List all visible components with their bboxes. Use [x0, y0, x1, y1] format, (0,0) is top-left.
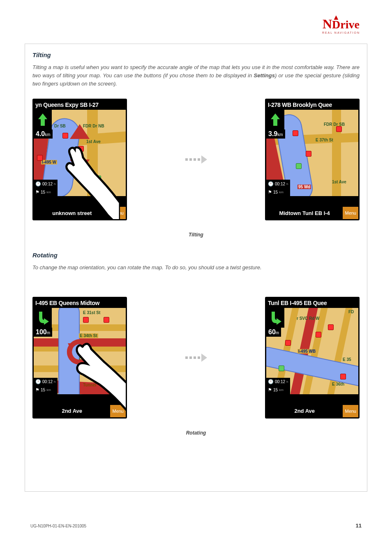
turn-icon	[266, 110, 284, 130]
rotating-caption: Rotating	[32, 430, 360, 436]
rem-val: 15	[273, 190, 278, 194]
flag-icon: ⚑	[35, 190, 39, 195]
road-label: I-495 WB	[297, 349, 316, 354]
street-name: unknown street	[34, 210, 110, 216]
flag-icon: ⚑	[268, 190, 272, 195]
turn-icon	[266, 308, 284, 328]
heading-rotating: Rotating	[32, 252, 360, 259]
road-label: E 31st St	[83, 310, 100, 315]
dist-unit: km	[277, 132, 283, 137]
road-label: FD	[348, 310, 354, 314]
time-val: 00:12	[42, 379, 53, 384]
street-name: 2nd Ave	[266, 408, 343, 414]
rotating-figure-row: I-495 EB Queens Midtow E 31st St E 34th …	[32, 297, 360, 419]
menu-button[interactable]: Menu	[110, 207, 126, 219]
distance-box: 60m	[266, 328, 281, 337]
logo-tag: REAL NAVIGATION	[322, 31, 360, 34]
road-label: r SVC Rd W	[297, 316, 320, 321]
tilt-arrows-icon	[65, 124, 94, 182]
clock-icon: 🕐	[268, 181, 274, 187]
clock-icon: 🕐	[35, 181, 41, 187]
road-label: I-495 W	[41, 160, 57, 164]
rem-unit: km	[46, 388, 51, 392]
road-label: Dr SB	[54, 124, 66, 128]
turn-icon	[34, 308, 52, 328]
dist-unit: m	[47, 331, 50, 335]
tilting-figure-row: yn Queens Expy SB I-27 Dr SB FDR Dr NB 1…	[32, 99, 360, 220]
bottom-bar: 2nd Ave Menu	[266, 405, 358, 417]
rem-val: 15	[273, 388, 278, 392]
time-unit: h	[286, 380, 288, 384]
road-label: Tunnel	[83, 383, 96, 387]
tilting-caption: Tilting	[32, 232, 360, 238]
heading-tilting: Tilting	[32, 51, 360, 58]
rem-val: 15	[41, 190, 45, 194]
road-label: E 35	[343, 357, 351, 362]
rotating-screenshot-left: I-495 EB Queens Midtow E 31st St E 34th …	[32, 297, 127, 419]
distance-box: 3.9km	[266, 130, 285, 139]
dist-unit: m	[276, 331, 279, 335]
bottom-bar: 2nd Ave Menu	[34, 405, 126, 417]
street-name: 2nd Ave	[34, 408, 110, 414]
time-val: 00:12	[42, 182, 53, 186]
rotating-screenshot-right: Tunl EB I-495 EB Quee r SVC Rd W I-495 W…	[265, 297, 360, 419]
road-label: E 36th	[332, 382, 344, 386]
road-label: 95 Wd	[297, 185, 311, 189]
tilting-screenshot-right: I-278 WB Brooklyn Quee FDR Dr SB E 37th …	[265, 99, 360, 220]
bottom-bar: unknown street Menu	[34, 207, 126, 219]
bottom-bar: Midtown Tunl EB I-4 Menu	[266, 207, 358, 219]
clock-icon: 🕐	[268, 379, 274, 384]
flag-icon: ⚑	[268, 387, 272, 393]
logo-n: N	[323, 16, 332, 31]
rem-unit: km	[46, 190, 51, 194]
time-unit: h	[54, 182, 55, 186]
time-unit: h	[286, 182, 288, 186]
stats: 🕐00:12h ⚑15km	[266, 378, 290, 394]
time-unit: h	[54, 380, 55, 384]
flag-icon: ⚑	[35, 387, 39, 393]
page-number: 11	[356, 523, 362, 529]
rotating-paragraph: To change the map orientation, you can r…	[32, 264, 360, 272]
tilting-screenshot-left: yn Queens Expy SB I-27 Dr SB FDR Dr NB 1…	[32, 99, 127, 220]
tilting-paragraph: Tilting a map is useful when you want to…	[32, 63, 360, 88]
menu-button[interactable]: Menu	[343, 207, 358, 219]
dist-val: 3.9	[268, 130, 277, 137]
clock-icon: 🕐	[35, 379, 41, 384]
brand-logo: ▲NDrive REAL NAVIGATION	[322, 17, 360, 34]
stats: 🕐00:12h ⚑15km	[34, 180, 58, 196]
street-name: Midtown Tunl EB I-4	[266, 210, 343, 216]
stats: 🕐00:12h ⚑15km	[266, 180, 290, 196]
dist-val: 100	[36, 328, 47, 335]
page-footer: UG-N10PH-01-EN-EN-201005 11	[30, 523, 362, 529]
time-val: 00:12	[275, 379, 285, 384]
transition-arrow-icon	[171, 155, 221, 164]
rem-val: 15	[41, 388, 45, 392]
time-val: 00:12	[275, 182, 285, 186]
rem-unit: km	[279, 190, 284, 194]
distance-box: 4.0km	[34, 130, 53, 139]
topbar: yn Queens Expy SB I-27	[34, 100, 126, 110]
topbar: Tunl EB I-495 EB Quee	[266, 298, 358, 308]
road-label: E 37th St	[316, 138, 333, 142]
menu-button[interactable]: Menu	[110, 405, 126, 417]
dist-val: 4.0	[36, 130, 45, 137]
transition-arrow-icon	[171, 354, 221, 362]
dist-unit: km	[45, 132, 50, 137]
doc-id: UG-N10PH-01-EN-EN-201005	[30, 524, 86, 528]
turn-icon	[34, 110, 52, 130]
content-frame: Tilting Tilting a map is useful when you…	[25, 44, 367, 492]
menu-button[interactable]: Menu	[343, 405, 358, 417]
rotate-arrows-icon	[65, 338, 94, 368]
tilting-text-bold: Settings	[254, 72, 275, 79]
topbar: I-278 WB Brooklyn Quee	[266, 100, 358, 110]
stats: 🕐00:12h ⚑15km	[34, 378, 58, 394]
road-label: 1st Ave	[332, 180, 346, 184]
distance-box: 100m	[34, 328, 52, 337]
dist-val: 60	[268, 328, 276, 335]
rem-unit: km	[279, 388, 284, 392]
topbar: I-495 EB Queens Midtow	[34, 298, 126, 308]
